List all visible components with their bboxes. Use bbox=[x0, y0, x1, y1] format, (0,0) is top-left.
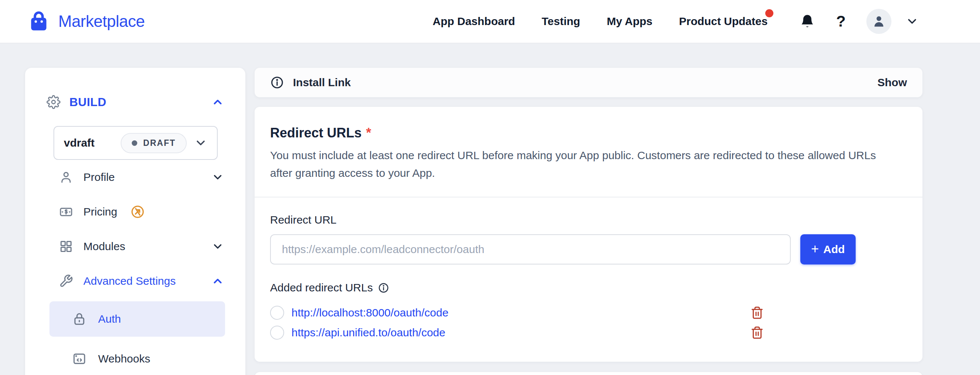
webhook-icon bbox=[72, 352, 86, 366]
redirect-url-input[interactable] bbox=[270, 234, 791, 264]
pricing-disabled-icon bbox=[130, 204, 145, 220]
sidebar-item-profile[interactable]: Profile bbox=[35, 160, 235, 195]
redirect-url-input-row: + Add bbox=[270, 234, 907, 264]
nav-testing[interactable]: Testing bbox=[542, 15, 580, 28]
section-title: Redirect URLs * bbox=[270, 125, 907, 141]
radio-button[interactable] bbox=[270, 326, 284, 340]
nav-app-dashboard[interactable]: App Dashboard bbox=[433, 15, 515, 28]
sidebar: BUILD vdraft DRAFT bbox=[25, 68, 245, 375]
main-content: Install Link Show Redirect URLs * You mu… bbox=[255, 68, 923, 375]
version-name: vdraft bbox=[64, 137, 94, 149]
redirect-url-row: https://api.unified.to/oauth/code bbox=[270, 324, 907, 341]
lock-icon bbox=[72, 312, 86, 326]
nav-my-apps[interactable]: My Apps bbox=[606, 15, 652, 28]
sidebar-section-build[interactable]: BUILD bbox=[35, 89, 235, 115]
required-marker: * bbox=[366, 125, 371, 141]
person-icon bbox=[59, 170, 73, 184]
trash-icon[interactable] bbox=[751, 326, 764, 339]
info-icon[interactable] bbox=[378, 282, 389, 294]
redirect-url-row: http://localhost:8000/oauth/code bbox=[270, 304, 907, 321]
install-link-card: Install Link Show bbox=[255, 68, 923, 97]
nav-product-updates[interactable]: Product Updates bbox=[679, 15, 767, 28]
sidebar-item-advanced-settings[interactable]: Advanced Settings bbox=[35, 264, 235, 298]
draft-status-badge: DRAFT bbox=[121, 133, 187, 153]
redirect-url-label: Redirect URL bbox=[270, 214, 907, 226]
grid-icon bbox=[59, 239, 73, 253]
section-description: You must include at least one redirect U… bbox=[270, 147, 901, 182]
draft-dot-icon bbox=[132, 140, 137, 146]
trash-icon[interactable] bbox=[751, 306, 764, 320]
wrench-icon bbox=[59, 274, 73, 288]
plus-icon: + bbox=[811, 242, 819, 256]
nav-icon-group: ? bbox=[799, 9, 919, 34]
sidebar-subitem-label: Auth bbox=[98, 313, 121, 325]
page-body: BUILD vdraft DRAFT bbox=[0, 43, 980, 375]
primary-nav: App Dashboard Testing My Apps Product Up… bbox=[433, 15, 768, 28]
version-select[interactable]: vdraft DRAFT bbox=[54, 126, 218, 160]
sidebar-item-label: Profile bbox=[83, 171, 115, 184]
marketplace-logo[interactable]: Marketplace bbox=[27, 10, 145, 33]
scopes-card: Scopes * bbox=[255, 372, 923, 375]
chevron-down-icon bbox=[212, 240, 224, 253]
radio-button[interactable] bbox=[270, 306, 284, 320]
chevron-up-icon[interactable] bbox=[212, 96, 224, 108]
chevron-up-icon bbox=[212, 275, 224, 287]
sidebar-subitem-label: Webhooks bbox=[98, 353, 150, 365]
redirect-urls-header: Redirect URLs * You must include at leas… bbox=[255, 107, 923, 197]
sidebar-item-modules[interactable]: Modules bbox=[35, 229, 235, 264]
bell-icon[interactable] bbox=[799, 13, 815, 30]
avatar[interactable] bbox=[866, 9, 891, 34]
sidebar-section-label: BUILD bbox=[69, 95, 106, 109]
sidebar-subitem-auth[interactable]: Auth bbox=[49, 301, 225, 337]
chevron-down-icon bbox=[194, 136, 207, 150]
redirect-url-link[interactable]: http://localhost:8000/oauth/code bbox=[291, 307, 448, 319]
show-button[interactable]: Show bbox=[877, 76, 907, 89]
sidebar-item-label: Advanced Settings bbox=[83, 275, 176, 287]
chevron-down-icon bbox=[212, 171, 224, 184]
chevron-down-icon[interactable] bbox=[905, 15, 919, 28]
brand-name: Marketplace bbox=[58, 12, 145, 30]
sidebar-item-label: Pricing bbox=[83, 206, 117, 218]
gear-icon bbox=[46, 95, 60, 109]
banknote-icon bbox=[59, 205, 73, 219]
sidebar-item-pricing[interactable]: Pricing bbox=[35, 195, 235, 229]
add-button[interactable]: + Add bbox=[800, 234, 856, 264]
sidebar-item-label: Modules bbox=[83, 240, 125, 253]
added-redirect-urls-label: Added redirect URLs bbox=[270, 282, 373, 294]
notification-dot bbox=[765, 9, 773, 17]
redirect-url-link[interactable]: https://api.unified.to/oauth/code bbox=[291, 326, 445, 339]
top-navbar: Marketplace App Dashboard Testing My App… bbox=[0, 0, 980, 43]
redirect-urls-form: Redirect URL + Add Added redirect URLs bbox=[255, 198, 923, 362]
info-icon bbox=[270, 76, 284, 90]
added-redirect-urls-row: Added redirect URLs bbox=[270, 282, 907, 294]
shopping-bag-icon bbox=[27, 10, 50, 33]
install-link-title: Install Link bbox=[293, 76, 351, 89]
help-icon[interactable]: ? bbox=[836, 13, 846, 30]
sidebar-subitem-webhooks[interactable]: Webhooks bbox=[49, 341, 225, 375]
redirect-urls-card: Redirect URLs * You must include at leas… bbox=[255, 107, 923, 362]
